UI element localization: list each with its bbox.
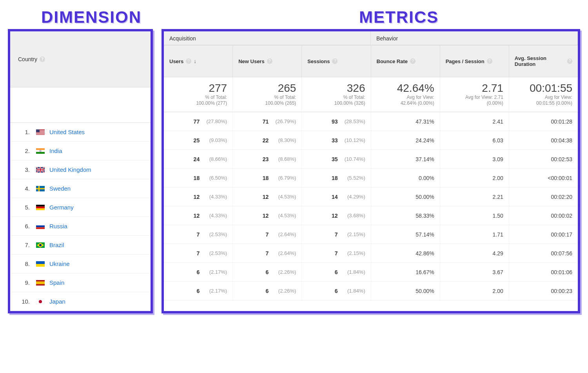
metric-cell-pps: 3.09 xyxy=(440,150,509,168)
metric-cell-pps: 1.71 xyxy=(440,225,509,244)
country-link[interactable]: India xyxy=(49,147,62,154)
country-link[interactable]: Japan xyxy=(49,298,65,305)
column-header-label: New Users xyxy=(238,58,264,64)
country-link[interactable]: Brazil xyxy=(49,242,64,248)
table-row: 9. Spain xyxy=(10,273,151,292)
metric-cell-new_users: 22(8.30%) xyxy=(233,131,302,149)
table-row: 12(4.33%)12(4.53%)12(3.68%)58.33%1.5000:… xyxy=(164,206,578,225)
column-header-label: Avg. Session Duration xyxy=(515,55,565,67)
svg-rect-9 xyxy=(36,150,45,152)
column-header-bounce[interactable]: Bounce Rate? xyxy=(371,45,440,77)
metric-cell-sessions: 33(10.12%) xyxy=(302,131,371,149)
metric-cell-users: 7(2.53%) xyxy=(164,225,233,244)
svg-rect-30 xyxy=(36,264,45,267)
table-row: 5. Germany xyxy=(10,198,151,217)
column-header-asd[interactable]: Avg. Session Duration? xyxy=(509,45,578,77)
flag-icon xyxy=(36,205,45,210)
metric-cell-new_users: 7(2.64%) xyxy=(233,225,302,244)
summary-value: 265 xyxy=(278,82,296,95)
metric-cell-users: 7(2.53%) xyxy=(164,244,233,262)
column-header-label: Bounce Rate xyxy=(377,58,408,64)
svg-rect-19 xyxy=(36,188,45,189)
summary-cell-new_users: 265 % of Total: 100.00% (265) xyxy=(233,77,302,112)
column-header-users[interactable]: Users?↓ xyxy=(164,45,233,77)
help-icon[interactable]: ? xyxy=(332,58,338,64)
column-header-label: Pages / Session xyxy=(446,58,485,64)
metric-cell-bounce: 50.00% xyxy=(371,282,440,300)
column-header-new_users[interactable]: New Users? xyxy=(233,45,302,77)
column-group-acquisition: Acquisition xyxy=(164,31,371,45)
table-row: 4. Sweden xyxy=(10,179,151,198)
table-row: 2. India xyxy=(10,142,151,160)
metrics-panel: Acquisition Behavior Users?↓New Users?Se… xyxy=(162,29,580,313)
metric-cell-users: 25(9.03%) xyxy=(164,131,233,149)
row-index: 2. xyxy=(18,147,30,154)
annotation-metrics: METRICS xyxy=(359,8,439,27)
svg-rect-6 xyxy=(36,134,45,135)
metric-cell-pps: 2.00 xyxy=(440,169,509,187)
annotation-dimension: DIMENSION xyxy=(41,8,142,27)
table-row: 77(27.80%)71(26.79%)93(28.53%)47.31%2.41… xyxy=(164,112,578,131)
svg-rect-20 xyxy=(36,205,45,207)
help-icon[interactable]: ? xyxy=(487,58,492,64)
column-header-label: Sessions xyxy=(307,58,330,64)
metric-cell-asd: 00:07:56 xyxy=(509,244,578,262)
metric-cell-bounce: 58.33% xyxy=(371,206,440,225)
table-row: 3. United Kingdom xyxy=(10,160,151,179)
summary-subtext: Avg for View: xyxy=(407,95,434,101)
flag-icon xyxy=(36,129,45,135)
metric-cell-sessions: 35(10.74%) xyxy=(302,150,371,168)
metric-cell-users: 12(4.33%) xyxy=(164,187,233,206)
metric-cell-asd: 00:00:02 xyxy=(509,206,578,225)
column-header-pps[interactable]: Pages / Session? xyxy=(440,45,509,77)
table-row: 24(8.66%)23(8.68%)35(10.74%)37.14%3.0900… xyxy=(164,150,578,169)
dimension-header[interactable]: Country ? xyxy=(10,31,151,87)
summary-subtext: % of Total: xyxy=(205,95,227,101)
summary-value: 00:01:55 xyxy=(530,82,572,95)
help-icon[interactable]: ? xyxy=(40,56,45,62)
metric-cell-asd: 00:02:20 xyxy=(509,187,578,206)
metric-cell-new_users: 18(6.79%) xyxy=(233,169,302,187)
metric-cell-sessions: 12(3.68%) xyxy=(302,206,371,225)
country-link[interactable]: United Kingdom xyxy=(49,166,91,173)
help-icon[interactable]: ? xyxy=(186,58,191,64)
table-row: 6(2.17%)6(2.26%)6(1.84%)16.67%3.6700:01:… xyxy=(164,263,578,282)
metric-cell-new_users: 6(2.26%) xyxy=(233,282,302,300)
country-link[interactable]: Spain xyxy=(49,279,64,286)
country-link[interactable]: Germany xyxy=(49,204,74,211)
svg-rect-32 xyxy=(36,281,45,284)
help-icon[interactable]: ? xyxy=(267,58,272,64)
metric-cell-bounce: 16.67% xyxy=(371,263,440,281)
metric-cell-bounce: 24.24% xyxy=(371,131,440,149)
country-link[interactable]: United States xyxy=(49,129,85,135)
svg-point-28 xyxy=(39,244,42,246)
metric-cell-asd: 00:01:06 xyxy=(509,263,578,281)
table-row: 7(2.53%)7(2.64%)7(2.15%)42.86%4.2900:07:… xyxy=(164,244,578,263)
metric-cell-users: 24(8.66%) xyxy=(164,150,233,168)
dimension-summary-spacer xyxy=(10,87,151,123)
svg-rect-4 xyxy=(36,133,45,133)
table-row: 10. Japan xyxy=(10,292,151,311)
svg-rect-10 xyxy=(36,152,45,154)
dimension-panel: Country ? 1. United States 2. India 3. U… xyxy=(8,29,153,313)
flag-icon xyxy=(36,167,45,173)
help-icon[interactable]: ? xyxy=(567,58,572,64)
svg-point-34 xyxy=(39,300,42,303)
summary-cell-users: 277 % of Total: 100.00% (277) xyxy=(164,77,233,112)
help-icon[interactable]: ? xyxy=(410,58,416,64)
summary-cell-pps: 2.71 Avg for View: 2.71 (0.00%) xyxy=(440,77,509,112)
country-link[interactable]: Ukraine xyxy=(49,260,70,267)
metric-cell-sessions: 7(2.15%) xyxy=(302,225,371,244)
metric-cell-sessions: 6(1.84%) xyxy=(302,282,371,300)
country-link[interactable]: Russia xyxy=(49,223,67,229)
metric-cell-sessions: 7(2.15%) xyxy=(302,244,371,262)
country-link[interactable]: Sweden xyxy=(49,185,71,192)
metric-cell-users: 18(6.50%) xyxy=(164,169,233,187)
svg-rect-25 xyxy=(36,227,45,229)
flag-icon xyxy=(36,280,45,286)
table-row: 12(4.33%)12(4.53%)14(4.29%)50.00%2.2100:… xyxy=(164,187,578,206)
summary-subtext: 100.00% (277) xyxy=(196,100,227,107)
column-header-sessions[interactable]: Sessions? xyxy=(302,45,371,77)
table-row: 6(2.17%)6(2.26%)6(1.84%)50.00%2.0000:00:… xyxy=(164,282,578,300)
metric-cell-new_users: 23(8.68%) xyxy=(233,150,302,168)
